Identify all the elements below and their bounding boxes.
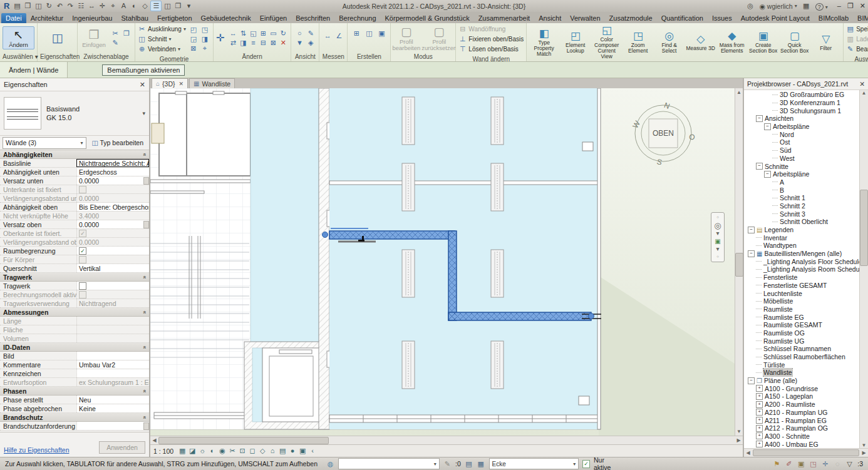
vcb-icon-12[interactable]: ▣ [298, 447, 307, 455]
tab-datei[interactable]: Datei [1, 13, 26, 23]
vcb-icon-8[interactable]: ◇ [258, 447, 267, 455]
tree-item-schnitt-oberlicht[interactable]: Schnitt Oberlicht [744, 218, 859, 226]
tree-item-arbeitspl-ne[interactable]: −Arbeitspläne [744, 170, 859, 178]
tree-item-a211-raumplan-eg[interactable]: +A211 - Raumplan EG [744, 416, 859, 424]
qat-icon-1[interactable]: ❒ [23, 1, 33, 11]
modify-icon-2[interactable]: ◱ [248, 29, 258, 38]
browser-vertical-scrollbar[interactable]: ▲ ▼ [859, 90, 868, 448]
prop-brandschutzanforderung-value[interactable] [76, 422, 149, 430]
tree-item-a200-raumliste[interactable]: +A200 - Raumliste [744, 401, 859, 409]
prop-abh-ngigkeit-unten-value[interactable]: Erdgeschoss [76, 168, 149, 176]
tree-item-t-rliste[interactable]: Türliste [744, 360, 859, 369]
app-store-icon[interactable]: ▦ [802, 2, 811, 10]
expand-node-icon[interactable]: + [756, 385, 763, 392]
help-menu[interactable]: ? ▾ [815, 3, 828, 10]
tab-beschriften[interactable]: Beschriften [291, 13, 334, 23]
modify-icon-9[interactable]: ⊟ [258, 38, 268, 48]
design-option-icon2[interactable]: ▦ [477, 460, 485, 468]
expand-node-icon[interactable]: + [756, 401, 763, 408]
tree-item-a210-raumplan-ug[interactable]: +A210 - Raumplan UG [744, 409, 859, 417]
qat-icon-8[interactable]: ✛ [97, 1, 107, 11]
workset-dropdown[interactable]: ▾ [338, 458, 439, 469]
compass-south[interactable]: S [656, 157, 663, 167]
collapse-node-icon[interactable]: − [748, 250, 755, 257]
measure-icon-0[interactable]: ↔ [322, 31, 333, 45]
editable-only-icon[interactable]: ✎ [443, 460, 452, 468]
close-button[interactable]: ✕ [860, 2, 865, 10]
modify-icon-4[interactable]: ▭ [268, 29, 278, 38]
modify-icon-5[interactable]: ↻ [278, 29, 288, 38]
tree-item-raumliste-ug[interactable]: Raumliste UG [744, 337, 859, 345]
prop-versatz-unten-value[interactable]: 0.0000 [76, 176, 149, 185]
view-tab-Wandliste[interactable]: ▦Wandliste [189, 78, 235, 88]
section-abhängigkeiten[interactable]: Abhängigkeiten« [0, 150, 149, 159]
tab-architektur[interactable]: Architektur [26, 13, 68, 23]
cope-icon[interactable]: ◰ [188, 25, 199, 34]
compass-west[interactable]: W [631, 119, 642, 130]
qat-icon-9[interactable]: ⌖ [108, 1, 118, 11]
tree-item-legenden[interactable]: −▤Legenden [744, 226, 859, 234]
tree-item--lighting-analysis-floor-schedule[interactable]: _Lighting Analysis Floor Schedule [744, 257, 859, 265]
expand-node-icon[interactable]: + [756, 432, 763, 439]
tab-berechnung[interactable]: Berechnung [334, 13, 380, 23]
offset-icon[interactable]: ◳ [199, 25, 210, 34]
collapse-icon[interactable]: « [141, 153, 147, 156]
tree-item-a300-schnitte[interactable]: +A300 - Schnitte [744, 432, 859, 441]
link-icon[interactable]: ◳ [809, 460, 817, 468]
qat-icon-4[interactable]: ↶ [54, 1, 65, 11]
tree-item-ost[interactable]: Ost [744, 138, 859, 146]
filter-icon[interactable]: ▽ [845, 460, 854, 468]
pin-icon[interactable]: ▣ [797, 460, 805, 468]
tree-item-nord[interactable]: Nord [744, 130, 859, 138]
vcb-icon-0[interactable]: ▦ [178, 447, 187, 455]
qat-icon-10[interactable]: A [118, 1, 128, 11]
tree-item-raumliste-og[interactable]: Raumliste OG [744, 329, 859, 337]
tree-item-wandtypen[interactable]: Wandtypen [744, 242, 859, 250]
expand-node-icon[interactable]: + [756, 393, 763, 400]
canvas-horizontal-scrollbar[interactable]: ◀ ▶ [150, 436, 743, 444]
minimize-button[interactable]: – [837, 2, 841, 10]
tab-issues[interactable]: Issues [708, 13, 736, 23]
view-icon-0[interactable]: ○ [294, 29, 305, 38]
create-icon-2[interactable]: ▣ [375, 29, 388, 48]
revit-logo-icon[interactable]: R [4, 1, 9, 11]
tree-item-schl-ssel-raumoberfl-chen[interactable]: Schlüssel Raumoberflächen [744, 353, 859, 361]
tree-item-m-belliste[interactable]: Möbelliste [744, 297, 859, 305]
section-brandschutz[interactable]: Brandschutz« [0, 413, 149, 422]
type-selector[interactable]: Basiswand GK 15.0 ▾ [0, 91, 149, 136]
vcb-icon-6[interactable]: ⊡ [238, 447, 247, 455]
hscroll-thumb[interactable] [158, 437, 329, 444]
tree-item-west[interactable]: West [744, 155, 859, 163]
collapse-node-icon[interactable]: − [756, 163, 763, 170]
create-icon-1[interactable]: ◫ [363, 29, 375, 48]
tree-item-raumliste[interactable]: Raumliste [744, 305, 859, 314]
qat-icon-3[interactable]: ↻ [44, 1, 54, 11]
browser-hscroll-thumb[interactable] [753, 449, 859, 456]
collapse-node-icon[interactable]: − [748, 377, 755, 384]
design-option-dropdown[interactable]: Ecke▾ [489, 458, 579, 469]
nti-type-property-match[interactable]: ◧Type Property Match [529, 28, 559, 57]
section-id-daten[interactable]: ID-Daten« [0, 343, 149, 352]
vcb-icon-2[interactable]: ☼ [198, 447, 207, 455]
qat-icon-13[interactable]: ☰ [150, 1, 162, 11]
nti-zoom-element[interactable]: ◳Zoom Element [623, 30, 653, 54]
move-icon[interactable]: ✛ [216, 32, 224, 44]
vcb-icon-4[interactable]: ◉ [218, 447, 227, 455]
qat-icon-7[interactable]: ↔ [86, 1, 96, 11]
match-icon[interactable]: ✎ [110, 38, 121, 48]
canvas-vertical-scrollbar[interactable]: ▲ ▼ [735, 88, 743, 436]
browser-horizontal-scrollbar[interactable]: ◀▶ [744, 448, 868, 457]
panel-title-auswaehlen[interactable]: Auswählen ▾ [0, 53, 37, 61]
wall-fixieren-oben-basis[interactable]: ⊥Fixieren oben/Basis [458, 34, 524, 44]
geometry-tool-verbinden[interactable]: ⊕Verbinden▾ [138, 44, 186, 54]
qat-icon-2[interactable]: ◫ [33, 1, 43, 11]
gear-icon[interactable]: ◌ [834, 460, 842, 467]
tree-item-3d-konferenzraum-1[interactable]: 3D Konferenzraum 1 [744, 99, 859, 107]
section-tragwerk[interactable]: Tragwerk« [0, 273, 149, 282]
pan-icon[interactable]: ▣ [715, 238, 720, 245]
scale-control[interactable]: 1 : 100 [153, 447, 173, 455]
tree-item-3d-gro-raumb-ro-eg[interactable]: 3D Großraumbüro EG [744, 91, 859, 99]
tree-item-ansichten[interactable]: −Ansichten [744, 115, 859, 123]
prop-kennzeichen-value[interactable] [76, 369, 149, 377]
modify-icon-0[interactable]: ↔ [228, 29, 238, 38]
